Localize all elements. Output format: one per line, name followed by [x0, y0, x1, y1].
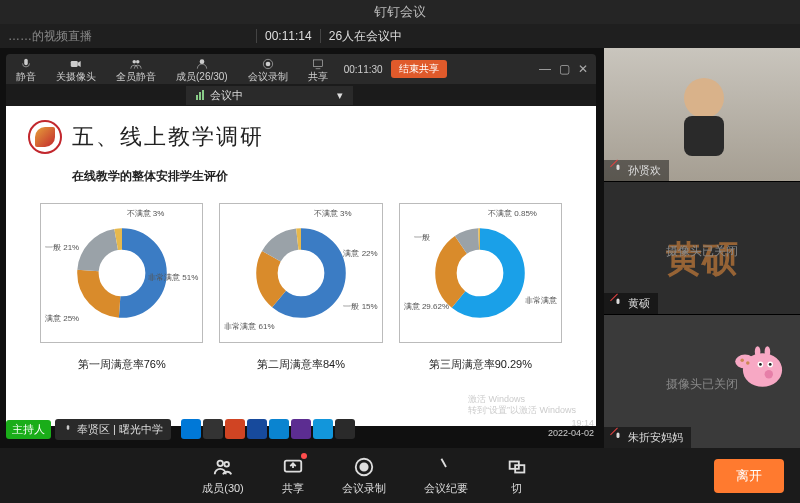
chart-row: 非常满意 51% 满意 25% 一般 21% 不满意 3% 第一周满意率76% [28, 203, 574, 372]
host-badge: 主持人 [6, 420, 51, 439]
members-button[interactable]: 成员(26/30) [166, 57, 238, 82]
mute-all-icon [129, 57, 143, 71]
record-button[interactable]: 会议录制 [238, 57, 298, 82]
slide-title: 五、线上教学调研 [72, 122, 264, 152]
floating-toolbar: 静音 关摄像头 全员静音 成员(26/30) 会议录制 [6, 54, 596, 84]
svg-rect-0 [24, 58, 28, 64]
task-icon[interactable] [181, 419, 201, 439]
chart-week3: 非常满意 满意 29.62% 一般 不满意 0.85% 第三周满意率90.29% [399, 203, 562, 372]
participants-panel: 孙贤欢 黄硕 摄像头已关闭 黄硕 摄像头已关闭 [604, 48, 800, 448]
svg-rect-23 [67, 425, 70, 430]
meeting-subtitle: ……的视频直播 [8, 28, 248, 45]
members-button[interactable]: 成员(30) [202, 456, 244, 496]
share-screen-icon [282, 456, 304, 478]
task-icon[interactable] [291, 419, 311, 439]
participant-tile[interactable]: 黄硕 摄像头已关闭 黄硕 [604, 182, 800, 315]
system-clock: 19:14 2022-04-02 [548, 419, 594, 439]
members-icon [212, 456, 234, 478]
bottom-toolbar: 成员(30) 共享 会议录制 会议纪要 切 离开 [0, 448, 800, 503]
task-icon[interactable] [203, 419, 223, 439]
mute-all-button[interactable]: 全员静音 [106, 57, 166, 82]
school-logo [28, 120, 62, 154]
record-icon [261, 57, 275, 71]
svg-rect-8 [196, 95, 198, 100]
location-pill[interactable]: 奉贤区 | 曙光中学 [55, 419, 171, 440]
record-icon [353, 456, 375, 478]
participant-name: 黄硕 [628, 296, 650, 311]
window-title: 钉钉会议 [374, 3, 426, 21]
participant-name: 孙贤欢 [628, 163, 661, 178]
svg-rect-10 [202, 90, 204, 100]
svg-point-36 [765, 370, 773, 378]
presentation-stage: 静音 关摄像头 全员静音 成员(26/30) 会议录制 [0, 48, 604, 448]
svg-point-40 [218, 460, 224, 466]
mute-button[interactable]: 静音 [6, 57, 46, 82]
svg-point-29 [735, 355, 755, 369]
leave-button[interactable]: 离开 [714, 459, 784, 493]
switch-icon [506, 456, 528, 478]
svg-point-33 [759, 363, 762, 366]
members-icon [195, 57, 209, 71]
share-button[interactable]: 共享 [298, 57, 338, 82]
mic-icon [63, 424, 73, 434]
chart-week1: 非常满意 51% 满意 25% 一般 21% 不满意 3% 第一周满意率76% [40, 203, 203, 372]
close-icon[interactable]: ✕ [578, 62, 588, 76]
svg-point-35 [769, 363, 772, 366]
camera-button[interactable]: 关摄像头 [46, 57, 106, 82]
float-timer: 00:11:30 [344, 64, 383, 75]
svg-rect-26 [617, 165, 620, 171]
task-icon[interactable] [269, 419, 289, 439]
mic-muted-icon [612, 297, 624, 311]
svg-point-38 [765, 347, 771, 358]
meeting-infobar: ……的视频直播 00:11:14 26人在会议中 [0, 24, 800, 48]
stop-share-button[interactable]: 结束共享 [391, 60, 447, 78]
svg-point-2 [133, 59, 137, 63]
svg-rect-9 [199, 92, 201, 100]
task-icon[interactable] [313, 419, 333, 439]
chart-week2: 非常满意 61% 满意 22% 一般 15% 不满意 3% 第二周满意率84% [219, 203, 382, 372]
bars-icon [196, 90, 206, 100]
chevron-down-icon: ▾ [337, 89, 343, 102]
mic-muted-icon [612, 431, 624, 445]
slide-subtitle: 在线教学的整体安排学生评价 [72, 168, 574, 185]
participant-tile[interactable]: 孙贤欢 [604, 48, 800, 181]
mic-icon [19, 57, 33, 71]
svg-point-24 [684, 78, 724, 118]
svg-rect-39 [617, 432, 620, 438]
switch-button[interactable]: 切 [506, 456, 528, 496]
share-icon [311, 57, 325, 71]
camera-icon [69, 57, 83, 71]
stage-bottom-strip: 主持人 奉贤区 | 曙光中学 19:14 2022-04-02 [0, 410, 604, 448]
svg-point-4 [200, 59, 205, 64]
svg-rect-7 [313, 59, 322, 65]
divider [256, 29, 257, 43]
people-count: 26人在会议中 [329, 28, 402, 45]
cartoon-avatar [724, 335, 794, 405]
svg-point-3 [136, 59, 140, 63]
participant-name: 朱折安妈妈 [628, 430, 683, 445]
divider [320, 29, 321, 43]
participant-tile[interactable]: 摄像头已关闭 朱折安妈妈 [604, 315, 800, 448]
svg-rect-27 [617, 298, 620, 304]
share-statusbar: 会议中 ▾ [6, 84, 596, 106]
task-icon[interactable] [247, 419, 267, 439]
shared-slide: 五、线上教学调研 在线教学的整体安排学生评价 [6, 106, 596, 426]
minutes-icon [435, 456, 457, 478]
svg-point-30 [740, 359, 744, 363]
minutes-button[interactable]: 会议纪要 [424, 456, 468, 496]
svg-point-44 [360, 463, 367, 470]
mic-muted-icon [612, 163, 624, 177]
svg-rect-25 [684, 116, 724, 156]
svg-point-37 [755, 347, 761, 358]
windows-taskbar [181, 419, 355, 439]
window-titlebar: 钉钉会议 [0, 0, 800, 24]
svg-point-6 [265, 61, 270, 66]
elapsed-time: 00:11:14 [265, 29, 312, 43]
maximize-icon[interactable]: ▢ [559, 62, 570, 76]
task-powerpoint-icon[interactable] [225, 419, 245, 439]
record-button[interactable]: 会议录制 [342, 456, 386, 496]
share-button[interactable]: 共享 [282, 456, 304, 496]
minimize-icon[interactable]: — [539, 62, 551, 76]
camera-off-text: 摄像头已关闭 [604, 243, 800, 260]
meeting-status-pill[interactable]: 会议中 ▾ [186, 86, 353, 105]
